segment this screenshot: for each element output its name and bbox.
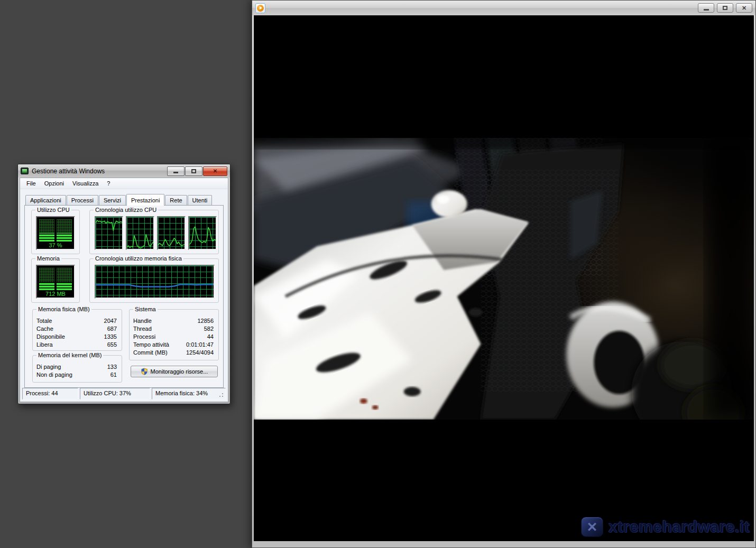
player-video-area: ✕ xtremehardware.it: [254, 15, 754, 541]
video-frame: [254, 138, 754, 420]
status-physical-memory: Memoria fisica: 34%: [152, 388, 226, 400]
maximize-icon: [723, 6, 727, 10]
taskmgr-client-area: File Opzioni Visualizza ? Applicazioni P…: [20, 178, 228, 402]
tab-strip: Applicazioni Processi Servizi Prestazion…: [24, 193, 224, 205]
system-label: Sistema: [133, 306, 158, 312]
cpu-history-graph-4: [188, 216, 217, 250]
performance-tab-panel: Utilizzo CPU 37 % Cronologia util: [24, 205, 224, 388]
watermark-text: xtremehardware.it: [609, 518, 750, 536]
taskmgr-app-icon: [21, 168, 29, 174]
tab-prestazioni[interactable]: Prestazioni: [126, 194, 164, 206]
cpu-usage-value: 37 %: [37, 242, 74, 248]
cpu-history-label: Cronologia utilizzo CPU: [94, 207, 158, 213]
kernel-memory-group: Memoria del kernel (MB) Di paging133 Non…: [32, 355, 122, 383]
stat-row: Cache687: [33, 325, 122, 333]
physical-memory-group: Memoria fisica (MB) Totale2047 Cache687 …: [32, 309, 122, 351]
watermark: ✕ xtremehardware.it: [581, 517, 750, 537]
system-group: Sistema Handle12856 Thread582 Processi44…: [129, 309, 219, 360]
window-title: Gestione attività Windows: [32, 168, 105, 175]
kernel-memory-label: Memoria del kernel (MB): [36, 352, 103, 358]
menu-help[interactable]: ?: [103, 179, 114, 188]
memory-label: Memoria: [35, 255, 61, 262]
close-icon: ✕: [213, 168, 217, 174]
stat-row: Thread582: [130, 325, 218, 333]
memory-value: 712 MB: [37, 291, 74, 297]
stat-row: Commit (MB)1254/4094: [130, 349, 218, 357]
menubar: File Opzioni Visualizza ?: [20, 178, 228, 189]
play-icon: [257, 5, 264, 12]
physical-memory-label: Memoria fisica (MB): [36, 306, 91, 312]
status-processes: Processi: 44: [22, 388, 78, 400]
stat-row: Handle12856: [130, 317, 218, 325]
stat-row: Totale2047: [33, 317, 122, 325]
memory-group: Memoria 712 MB: [31, 258, 80, 303]
cpu-history-graph-3: [157, 216, 186, 250]
desktop: ✕: [0, 0, 756, 548]
menu-view[interactable]: Visualizza: [68, 179, 103, 188]
taskmgr-minimize-button[interactable]: [167, 166, 185, 176]
player-minimize-button[interactable]: [698, 3, 714, 13]
menu-file[interactable]: File: [22, 179, 40, 188]
cpu-history-graph-1: [95, 216, 123, 250]
resize-grip[interactable]: [218, 392, 224, 398]
player-close-button[interactable]: ✕: [736, 3, 752, 13]
cpu-usage-label: Utilizzo CPU: [35, 207, 71, 213]
stat-row: Non di paging61: [33, 371, 122, 379]
menu-options[interactable]: Opzioni: [40, 179, 68, 188]
tab-servizi[interactable]: Servizi: [99, 195, 126, 205]
close-icon: ✕: [742, 5, 746, 11]
minimize-icon: [173, 172, 178, 173]
cpu-usage-gauge: 37 %: [36, 216, 75, 250]
player-app-icon[interactable]: [255, 3, 265, 13]
taskmgr-dialog: Applicazioni Processi Servizi Prestazion…: [20, 190, 228, 386]
taskmgr-maximize-button[interactable]: [185, 166, 202, 176]
status-cpu-usage: Utilizzo CPU: 37%: [80, 388, 150, 400]
tab-processi[interactable]: Processi: [67, 195, 98, 205]
taskmgr-close-button[interactable]: ✕: [203, 166, 227, 176]
xtremehardware-logo-icon: ✕: [581, 517, 603, 537]
player-maximize-button[interactable]: [717, 3, 733, 13]
cpu-history-group: Cronologia utilizzo CPU: [89, 210, 219, 254]
memory-history-graph: [95, 265, 215, 299]
uac-shield-icon: [141, 368, 148, 375]
stat-row: Tempo attività0:01:01:47: [130, 341, 218, 349]
cpu-usage-group: Utilizzo CPU 37 %: [31, 210, 80, 254]
minimize-icon: [704, 9, 709, 11]
player-titlebar[interactable]: ✕: [252, 1, 755, 15]
resource-monitor-button[interactable]: Monitoraggio risorse...: [131, 366, 218, 377]
media-player-window: ✕: [252, 0, 756, 548]
maximize-icon: [191, 169, 196, 173]
memory-history-group: Cronologia utilizzo memoria fisica: [89, 258, 219, 303]
task-manager-window: Gestione attività Windows ✕ File Opzioni…: [17, 164, 231, 404]
memory-history-label: Cronologia utilizzo memoria fisica: [94, 255, 183, 262]
stat-row: Di paging133: [33, 363, 122, 371]
statusbar: Processi: 44 Utilizzo CPU: 37% Memoria f…: [22, 388, 226, 400]
resource-monitor-label: Monitoraggio risorse...: [151, 368, 208, 375]
stat-row: Processi44: [130, 333, 218, 341]
tab-applicazioni[interactable]: Applicazioni: [25, 195, 66, 205]
taskmgr-titlebar[interactable]: Gestione attività Windows ✕: [18, 164, 230, 178]
cpu-history-graph-2: [126, 216, 154, 250]
tab-rete[interactable]: Rete: [165, 195, 187, 205]
video-still-art: [254, 138, 754, 420]
memory-gauge: 712 MB: [36, 265, 75, 299]
stat-row: Disponibile1335: [33, 333, 122, 341]
stat-row: Libera655: [33, 341, 122, 349]
tab-utenti[interactable]: Utenti: [188, 195, 213, 205]
